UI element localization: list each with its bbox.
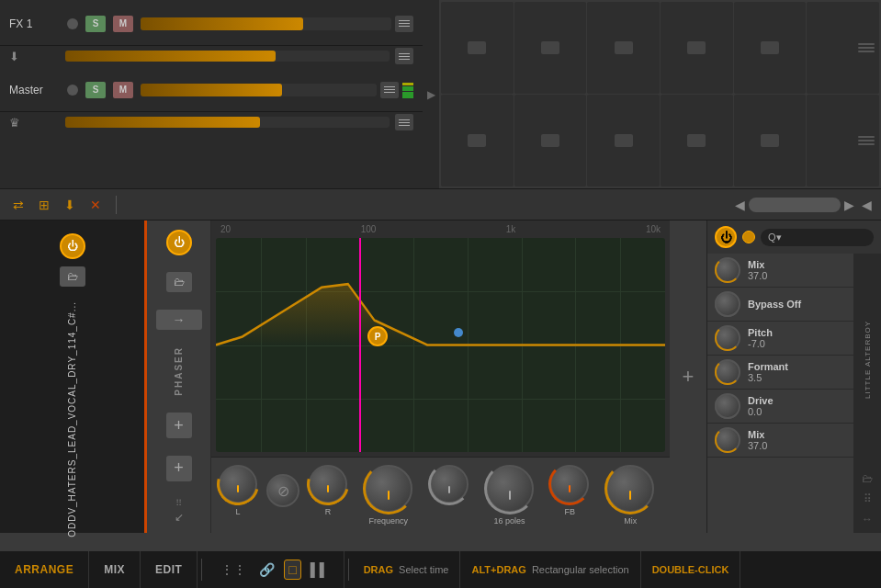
- fx1-sub-menu-button[interactable]: [395, 48, 413, 64]
- freq-label-10k: 10k: [646, 224, 661, 234]
- knob-r[interactable]: [309, 465, 347, 503]
- master-fader[interactable]: [141, 84, 377, 96]
- fx1-send-fader[interactable]: [65, 51, 390, 62]
- phaser-label: PHASER: [174, 346, 184, 396]
- fx1-menu-button[interactable]: [395, 16, 413, 32]
- phaser-folder-button[interactable]: 🗁: [166, 272, 192, 292]
- phaser-add-button-2[interactable]: +: [166, 456, 192, 481]
- scrollbar-thumb[interactable]: [749, 198, 841, 212]
- param-name-pitch: Pitch: [748, 327, 846, 338]
- status-hint-dblclick: DOUBLE-CLICK: [641, 551, 741, 588]
- little-alterboy-label: LITTLE ALTERBOY: [864, 254, 872, 465]
- phaser-section: ⏻ 🗁 → PHASER + + ⠿ ↙: [147, 220, 211, 533]
- freq-label-20: 20: [220, 224, 231, 234]
- eq-point-dot[interactable]: [454, 328, 463, 337]
- knobs-section: L ⊘ R Frequency: [211, 457, 670, 533]
- nav-left-arrow[interactable]: ◀: [735, 198, 745, 212]
- poles-label: 16 poles: [493, 516, 525, 526]
- status-tab-edit[interactable]: EDIT: [141, 551, 198, 588]
- param-knob-mix1[interactable]: [715, 257, 740, 283]
- right-dots-button[interactable]: ⠿: [864, 492, 872, 505]
- track-collapse[interactable]: ▶: [423, 0, 439, 188]
- grid-cell-6: [807, 2, 879, 94]
- grid-cell-9: [587, 95, 660, 187]
- status-tab-arrange[interactable]: ARRANGE: [0, 551, 89, 588]
- master-crown-icon: ♛: [9, 116, 60, 130]
- param-row-mix1: Mix 37.0: [707, 254, 853, 288]
- phaser-add-button[interactable]: +: [166, 413, 192, 438]
- panel-power-button[interactable]: ⏻: [715, 226, 737, 248]
- mix-label: Mix: [624, 516, 637, 526]
- panel-search[interactable]: Q▾: [761, 229, 874, 246]
- knob-curve[interactable]: [430, 465, 469, 503]
- right-panel-body: Mix 37.0 Bypass Off: [707, 254, 881, 533]
- eq-playhead: [359, 238, 361, 452]
- main-wrapper: ⏻ 🗁 ODDV_HATERS_LEAD_VOCAL_DRY_114_C#...…: [0, 220, 881, 533]
- grid-cell-4: [661, 2, 733, 94]
- knob-frequency[interactable]: [365, 465, 412, 513]
- master-menu-button[interactable]: [380, 82, 399, 98]
- add-fx-button[interactable]: +: [683, 365, 695, 389]
- knob-l[interactable]: [219, 465, 257, 503]
- param-knob-formant[interactable]: [715, 359, 740, 385]
- altdrag-key: ALT+DRAG: [471, 564, 525, 575]
- param-info-bypass: Bypass Off: [748, 299, 846, 310]
- master-fader-container: [141, 82, 413, 98]
- nav-collapse-arrow[interactable]: ◀: [862, 198, 872, 212]
- master-label: Master: [9, 84, 60, 96]
- param-knob-mix2[interactable]: [715, 427, 740, 453]
- phaser-nav-icon: ↙: [175, 511, 184, 524]
- phaser-arrow-button[interactable]: →: [156, 310, 202, 330]
- param-knob-drive[interactable]: [715, 393, 740, 419]
- status-tab-mix[interactable]: MIX: [89, 551, 141, 588]
- track-name-vertical: ODDV_HATERS_LEAD_VOCAL_DRY_114_C#...: [67, 292, 77, 547]
- right-arrows-button[interactable]: ↔: [862, 513, 873, 526]
- param-knob-pitch[interactable]: [715, 325, 740, 351]
- toolbar-close-icon[interactable]: ✕: [86, 196, 105, 214]
- track-folder-button[interactable]: 🗁: [60, 266, 85, 287]
- grid-cell-8: [514, 95, 587, 187]
- phaser-power-button[interactable]: ⏻: [166, 230, 192, 255]
- param-info-mix2: Mix 37.0: [748, 429, 846, 451]
- param-info-drive: Drive 0.0: [748, 395, 846, 417]
- nav-right-arrow[interactable]: ▶: [844, 198, 854, 212]
- mode-grid-button[interactable]: ⋮⋮: [217, 560, 250, 579]
- param-knob-bypass[interactable]: [715, 291, 740, 317]
- param-row-formant: Formant 3.5: [707, 356, 853, 390]
- altdrag-text: Rectangular selection: [532, 564, 629, 575]
- fx1-s-button[interactable]: S: [85, 16, 106, 32]
- knob-mix[interactable]: [606, 465, 654, 513]
- track-power-button[interactable]: ⏻: [60, 233, 85, 259]
- mix-knob-group: Mix: [598, 465, 662, 526]
- toolbar-swap-icon[interactable]: ⇄: [9, 196, 28, 214]
- eq-point-p[interactable]: P: [367, 326, 388, 346]
- toolbar-grid-icon[interactable]: ⊞: [35, 196, 53, 214]
- fx1-fader[interactable]: [141, 17, 391, 30]
- fx1-send-fader-fill: [65, 51, 276, 62]
- eq-canvas[interactable]: P: [216, 238, 665, 452]
- knob-poles[interactable]: [486, 465, 534, 513]
- add-btn-area: +: [670, 220, 706, 533]
- toolbar-down-icon[interactable]: ⬇: [61, 196, 79, 214]
- knob-group-curve: [430, 465, 469, 526]
- poles-knob-group: 16 poles: [478, 465, 542, 526]
- master-send-fader[interactable]: [65, 117, 390, 128]
- eq-curve-path: [216, 284, 665, 345]
- master-fader-fill: [141, 84, 282, 96]
- knob-phase[interactable]: ⊘: [266, 474, 299, 507]
- master-send-fader-fill: [65, 117, 260, 128]
- mode-box-button[interactable]: □: [284, 560, 300, 580]
- knob-fb[interactable]: [550, 465, 589, 503]
- master-m-button[interactable]: M: [113, 82, 133, 98]
- master-sub-menu-button[interactable]: [395, 114, 413, 130]
- param-value-formant: 3.5: [748, 372, 846, 383]
- mode-bars-button[interactable]: ▌▌: [307, 560, 333, 579]
- right-folder-button[interactable]: 🗁: [862, 472, 873, 485]
- master-s-button[interactable]: S: [85, 82, 106, 98]
- fx1-track-row: FX 1 S M: [0, 0, 423, 46]
- fx1-m-button[interactable]: M: [113, 16, 133, 32]
- status-divider-2: [348, 559, 349, 581]
- search-q-icon: Q▾: [768, 232, 782, 243]
- frequency-label: Frequency: [369, 516, 409, 526]
- mode-link-button[interactable]: 🔗: [255, 560, 278, 579]
